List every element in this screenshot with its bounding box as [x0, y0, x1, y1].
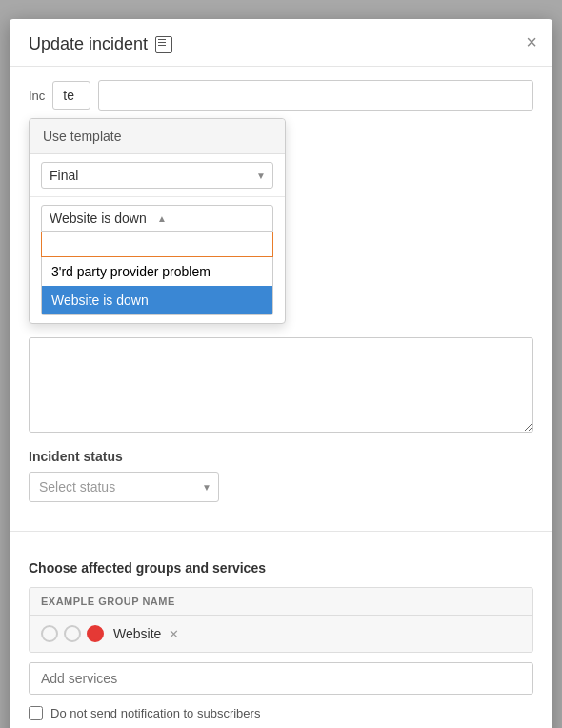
template-type-select[interactable]: Final Initial Update	[41, 162, 273, 189]
template-search-input[interactable]	[41, 232, 273, 257]
incident-status-section: Incident status Select status Investigat…	[10, 449, 552, 516]
modal-title: Update incident	[29, 34, 148, 54]
group-box: EXAMPLE GROUP NAME Website ✕	[29, 587, 533, 653]
template-dropdown-area: Website is down ▲ 3'rd party provider pr…	[30, 197, 285, 323]
group-services-row: Website ✕	[30, 616, 532, 652]
modal-overlay: Update incident × Inc te Use template Fi…	[0, 0, 562, 728]
message-textarea[interactable]	[29, 337, 533, 433]
service-status-circle-3	[87, 625, 104, 642]
close-button[interactable]: ×	[526, 32, 537, 51]
template-dropdown-header[interactable]: Website is down ▲	[41, 205, 273, 232]
template-popup: Use template Final Initial Update	[29, 118, 286, 324]
incident-name-label: Inc	[29, 89, 45, 103]
template-popup-header: Use template	[30, 119, 285, 154]
notify-row: Do not send notification to subscribers	[29, 706, 533, 720]
doc-icon[interactable]	[155, 36, 172, 53]
modal-header: Update incident ×	[10, 19, 552, 67]
add-services-input[interactable]	[29, 662, 533, 695]
update-incident-modal: Update incident × Inc te Use template Fi…	[10, 19, 552, 728]
template-option-website-down[interactable]: Website is down	[42, 286, 272, 314]
dropdown-arrow-icon: ▲	[157, 213, 265, 224]
status-select-wrapper: Select status Investigating Identified M…	[29, 472, 219, 502]
section-divider	[10, 531, 552, 532]
status-select[interactable]: Select status Investigating Identified M…	[29, 472, 219, 502]
service-status-circle-2	[64, 625, 81, 642]
message-area	[10, 337, 552, 449]
service-name: Website	[113, 626, 161, 641]
affected-groups-section: Choose affected groups and services EXAM…	[10, 547, 552, 728]
template-option-party[interactable]: 3'rd party provider problem	[42, 257, 272, 286]
incident-name-input[interactable]: te	[52, 81, 90, 110]
service-status-circle-1	[41, 625, 58, 642]
affected-groups-title: Choose affected groups and services	[29, 560, 533, 576]
group-name-header: EXAMPLE GROUP NAME	[30, 588, 532, 616]
template-options-list: 3'rd party provider problem Website is d…	[41, 257, 273, 315]
notify-checkbox[interactable]	[29, 706, 43, 720]
remove-service-button[interactable]: ✕	[169, 627, 179, 641]
template-type-row: Final Initial Update	[30, 154, 285, 197]
notify-label: Do not send notification to subscribers	[50, 706, 260, 720]
incident-status-label: Incident status	[29, 449, 533, 464]
